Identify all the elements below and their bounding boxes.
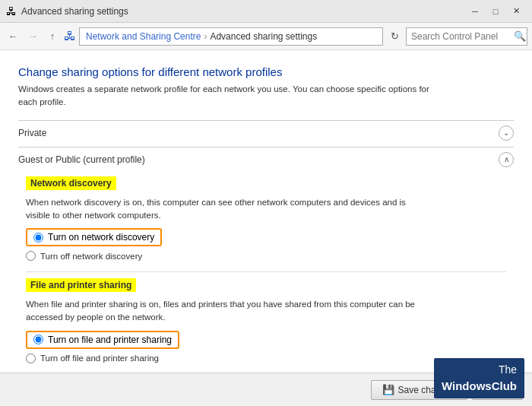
network-discovery-off-label: Turn off network discovery <box>40 252 142 261</box>
path-part-1: Network and Sharing Centre <box>86 31 201 42</box>
network-discovery-desc: When network discovery is on, this compu… <box>26 196 429 223</box>
path-separator: › <box>204 31 207 42</box>
watermark-site: WindowsClub <box>442 378 517 394</box>
search-wrapper: 🔍 <box>406 27 527 46</box>
up-button[interactable]: ↑ <box>44 28 61 45</box>
guest-public-section: Guest or Public (current profile) ∧ Netw… <box>18 147 514 373</box>
title-bar-left: 🖧 Advanced sharing settings <box>6 5 128 17</box>
network-discovery-subsection: Network discovery When network discovery… <box>26 176 506 262</box>
path-part-2: Advanced sharing settings <box>210 31 317 42</box>
guest-public-label: Guest or Public (current profile) <box>18 154 145 165</box>
back-button[interactable]: ← <box>5 28 21 45</box>
forward-button[interactable]: → <box>24 28 41 45</box>
title-bar-text: Advanced sharing settings <box>21 6 128 17</box>
save-icon: 💾 <box>382 384 394 395</box>
private-section-label: Private <box>18 128 46 138</box>
file-printer-off-radio[interactable] <box>26 354 36 363</box>
file-printer-on-radio[interactable] <box>33 335 43 344</box>
title-bar: 🖧 Advanced sharing settings ─ □ ✕ <box>0 0 532 23</box>
file-printer-sharing-title: File and printer sharing <box>26 278 136 292</box>
file-printer-sharing-subsection: File and printer sharing When file and p… <box>26 278 506 363</box>
page-description: Windows creates a separate network profi… <box>18 83 436 109</box>
network-discovery-on-highlighted: Turn on network discovery <box>26 228 162 246</box>
file-printer-on-label: Turn on file and printer sharing <box>48 335 172 345</box>
refresh-button[interactable]: ↻ <box>386 28 403 45</box>
search-button[interactable]: 🔍 <box>514 30 526 42</box>
network-discovery-off-option: Turn off network discovery <box>26 251 506 261</box>
guest-public-chevron: ∧ <box>499 152 514 167</box>
network-icon: 🖧 <box>64 30 76 43</box>
subsection-divider <box>26 271 506 272</box>
private-section-header[interactable]: Private ⌄ <box>18 121 514 145</box>
title-bar-icon: 🖧 <box>6 5 17 17</box>
file-printer-sharing-desc: When file and printer sharing is on, fil… <box>26 298 429 325</box>
minimize-button[interactable]: ─ <box>465 4 485 19</box>
network-discovery-title: Network discovery <box>26 176 116 190</box>
network-discovery-on-label: Turn on network discovery <box>48 232 154 243</box>
maximize-button[interactable]: □ <box>486 4 505 19</box>
address-bar: ← → ↑ 🖧 Network and Sharing Centre › Adv… <box>0 23 532 50</box>
address-path: Network and Sharing Centre › Advanced sh… <box>79 27 383 46</box>
guest-public-header[interactable]: Guest or Public (current profile) ∧ <box>18 147 514 172</box>
search-input[interactable] <box>406 27 527 46</box>
watermark: The WindowsClub <box>434 358 524 398</box>
page-title: Change sharing options for different net… <box>18 65 514 78</box>
title-bar-controls: ─ □ ✕ <box>465 4 526 19</box>
watermark-the: The <box>442 363 517 378</box>
close-button[interactable]: ✕ <box>506 4 526 19</box>
guest-public-body: Network discovery When network discovery… <box>18 172 514 373</box>
file-printer-on-highlighted: Turn on file and printer sharing <box>26 331 179 349</box>
network-discovery-off-radio[interactable] <box>26 251 36 261</box>
network-discovery-on-radio[interactable] <box>33 233 43 243</box>
main-content: Change sharing options for different net… <box>0 50 532 373</box>
file-printer-off-label: Turn off file and printer sharing <box>40 354 159 363</box>
private-chevron: ⌄ <box>499 125 514 141</box>
private-section: Private ⌄ <box>18 120 514 145</box>
